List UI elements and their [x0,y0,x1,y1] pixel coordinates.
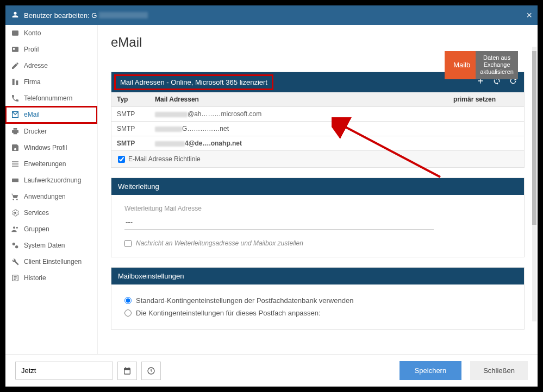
sidebar-item-label: Konto [24,29,41,37]
sidebar-item-label: Client Einstellungen [24,258,82,265]
quota-standard-label: Standard-Kontingenteinstellungen der Pos… [136,296,353,305]
table-row[interactable]: SMTP @ah………microsoft.com [111,107,524,122]
deliver-both-checkbox[interactable] [124,240,132,247]
forwarding-section: Weiterleitung Weiterleitung Mail Adresse… [111,178,525,257]
mailbox-button[interactable]: Mailb [445,51,479,79]
sidebar-item-drucker[interactable]: Drucker [5,123,97,140]
sidebar-item-anwendungen[interactable]: Anwendungen [5,188,97,205]
mailbox-settings-bar: Mailboxeinstellungen [111,268,524,284]
col-addr: Mail Adressen [149,92,448,107]
sidebar-item-label: eMail [24,111,40,118]
cell-addr: @ah………microsoft.com [149,107,448,122]
modal-title: Benutzer bearbeiten: G [24,11,97,20]
close-button[interactable]: Schließen [470,361,528,380]
svg-rect-1 [12,47,18,52]
policy-label: E-Mail Adresse Richtlinie [128,155,201,163]
sidebar-item-label: Telefonnummern [24,94,72,102]
cell-addr: G……………net [149,122,448,136]
mailbox-settings-section: Mailboxeinstellungen Standard-Kontingent… [111,267,525,330]
mail-addresses-table: Typ Mail Adressen primär setzen SMTP @ah… [111,92,524,151]
mail-addresses-bar-label: Mail Adressen - Online, Microsoft 365 li… [116,76,272,88]
top-action-buttons: Mailb Daten aus Exchange aktualisieren [445,51,518,79]
svg-rect-0 [12,30,18,35]
sidebar-item-label: Adresse [24,62,48,69]
sidebar-item-label: Windows Profil [24,144,67,151]
col-type: Typ [111,92,149,107]
datetime-input[interactable] [15,362,113,380]
cell-type: SMTP [111,107,149,122]
cell-type: SMTP [111,122,149,136]
col-primary: primär setzen [448,92,508,107]
modal-footer: Speichern Schließen [5,354,538,387]
sidebar-item-services[interactable]: Services [5,205,97,221]
scrollbar[interactable] [532,47,536,321]
sidebar: Konto Profil Adresse Firma Telefonnummer… [5,25,98,354]
save-button[interactable]: Speichern [400,361,462,380]
exchange-refresh-button[interactable]: Daten aus Exchange aktualisieren [476,51,518,79]
main-content: eMail Mailb Daten aus Exchange aktualisi… [98,25,538,354]
cell-addr: 4@de….onahp.net [149,136,448,151]
quota-custom-radio[interactable] [124,309,132,317]
quota-standard-radio[interactable] [124,297,132,304]
titlebar: Benutzer bearbeiten: G × [5,5,538,25]
modal-body: Konto Profil Adresse Firma Telefonnummer… [5,25,538,354]
sidebar-item-laufwerk[interactable]: Laufwerkzuordnung [5,172,97,188]
sidebar-item-firma[interactable]: Firma [5,74,97,90]
policy-row: E-Mail Adresse Richtlinie [111,151,524,167]
sidebar-item-erweiterungen[interactable]: Erweiterungen [5,156,97,172]
sidebar-item-label: Historie [24,274,46,282]
sidebar-item-label: Firma [24,78,41,86]
sidebar-item-label: Anwendungen [24,193,66,200]
sidebar-item-winprofil[interactable]: Windows Profil [5,140,97,156]
svg-point-7 [13,243,15,245]
forwarding-bar-label: Weiterleitung [118,182,159,191]
sidebar-item-label: Gruppen [24,225,49,233]
edit-user-modal: Benutzer bearbeiten: G × Konto Profil Ad… [4,4,539,388]
table-row[interactable]: SMTP 4@de….onahp.net [111,136,524,151]
svg-point-8 [15,245,18,248]
sidebar-item-gruppen[interactable]: Gruppen [5,221,97,237]
user-icon [11,10,20,21]
sidebar-item-adresse[interactable]: Adresse [5,58,97,74]
sidebar-item-label: Laufwerkzuordnung [24,176,81,184]
svg-rect-2 [13,48,15,49]
sidebar-item-label: Erweiterungen [24,160,66,168]
clock-icon[interactable] [141,362,161,380]
svg-point-5 [13,226,15,229]
cell-type: SMTP [111,136,149,151]
forward-address-input[interactable] [124,214,434,230]
col-actions [508,92,524,107]
mailbox-settings-bar-label: Mailboxeinstellungen [118,272,184,280]
sidebar-item-label: Profil [24,46,39,53]
sidebar-item-systemdaten[interactable]: System Daten [5,237,97,254]
mail-addresses-section: Mail Adressen - Online, Microsoft 365 li… [111,72,525,168]
sidebar-item-historie[interactable]: Historie [5,270,97,286]
svg-rect-3 [12,179,18,182]
sidebar-item-email[interactable]: eMail [5,106,97,123]
svg-point-4 [14,212,16,214]
sidebar-item-label: Services [24,209,49,217]
forward-field-label: Weiterleitung Mail Adresse [124,205,511,212]
sidebar-item-konto[interactable]: Konto [5,25,97,41]
sidebar-item-label: System Daten [24,242,65,249]
page-title: eMail [111,35,525,50]
sidebar-item-clienteinst[interactable]: Client Einstellungen [5,254,97,270]
svg-point-6 [16,227,18,229]
policy-checkbox[interactable] [118,156,125,163]
table-row[interactable]: SMTP G……………net [111,122,524,136]
calendar-icon[interactable] [117,362,137,380]
close-icon[interactable]: × [526,10,532,21]
sidebar-item-label: Drucker [24,128,47,135]
forwarding-bar: Weiterleitung [111,178,524,195]
quota-custom-label: Die Kontingenteinstellungen für dieses P… [136,309,321,317]
deliver-both-label: Nachricht an Weiterleitungsadresse und M… [136,239,303,247]
sidebar-item-telefon[interactable]: Telefonnummern [5,90,97,106]
sidebar-item-profil[interactable]: Profil [5,41,97,58]
title-redacted [99,12,148,18]
